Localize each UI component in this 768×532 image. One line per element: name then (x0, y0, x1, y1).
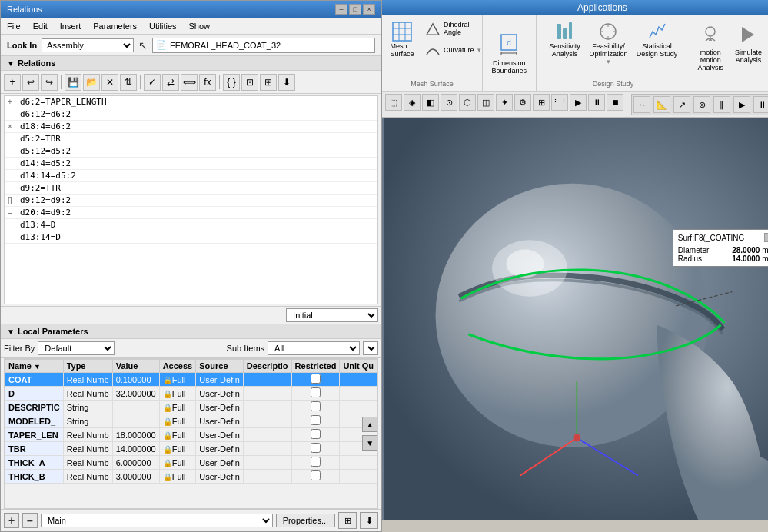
undo-btn[interactable]: ↩ (22, 74, 39, 91)
vp-btn-6[interactable]: ◫ (477, 94, 494, 111)
vp-btn-5[interactable]: ⬡ (459, 94, 476, 111)
vp-btn-8[interactable]: ⚙ (514, 94, 531, 111)
vp-btn-1[interactable]: ⬚ (385, 94, 402, 111)
simulate-analysis-btn[interactable]: Simulate Analysis (729, 18, 767, 88)
relation-item[interactable]: ×d18:4=d6:2 (5, 121, 377, 133)
dihedral-angle-btn[interactable]: Dihedral Angle (421, 18, 486, 38)
motion-analysis-btn[interactable]: motion Motion Analysis (695, 18, 726, 88)
menu-insert[interactable]: Insert (57, 20, 85, 32)
vp-btn-11[interactable]: ▶ (570, 94, 587, 111)
menu-parameters[interactable]: Parameters (90, 20, 140, 32)
table-btn[interactable]: ⊞ (260, 74, 277, 91)
param-btn[interactable]: ⊡ (241, 74, 258, 91)
table-row[interactable]: D Real Numb 32.000000 🔒Full User-Defin (5, 387, 377, 401)
close-button[interactable]: × (363, 4, 375, 15)
new-relation-btn[interactable]: + (4, 74, 21, 91)
relation-item[interactable]: –d6:12=d6:2 (5, 108, 377, 121)
relations-toolbar: + ↩ ↪ 💾 📂 ✕ ⇅ ✓ ⇄ ⟺ fx { } ⊡ ⊞ ⬇ (1, 71, 381, 94)
open-btn[interactable]: 📂 (83, 74, 100, 91)
measure-btn-4[interactable]: ⊚ (693, 96, 710, 113)
feasibility-arrow[interactable]: ▾ (607, 58, 610, 65)
feasibility-btn[interactable]: Feasibility/Optimization ▾ (591, 18, 626, 78)
measure-btn-7[interactable]: ⏸ (753, 96, 768, 113)
table-row[interactable]: TAPER_LEN Real Numb 18.000000 🔒Full User… (5, 428, 377, 442)
vp-btn-3[interactable]: ◧ (422, 94, 439, 111)
menu-show[interactable]: Show (186, 20, 214, 32)
table-row[interactable]: DESCRIPTIC String 🔒Full User-Defin (5, 401, 377, 414)
dimension-boundaries-btn[interactable]: d DimensionBoundaries (487, 29, 531, 77)
remove-param-button[interactable]: – (22, 513, 38, 528)
relation-item[interactable]: d14:14=d5:2 (5, 170, 377, 182)
scroll-up-btn[interactable]: ▲ (362, 417, 377, 432)
params-section-header[interactable]: ▼ Local Parameters (1, 324, 381, 339)
add-param-button[interactable]: + (4, 513, 19, 528)
initial-select[interactable]: Initial Current (286, 308, 378, 322)
dimension-icon: d (498, 32, 520, 59)
vp-btn-7[interactable]: ✦ (496, 94, 513, 111)
table-row[interactable]: MODELED_ String 🔒Full User-Defin (5, 414, 377, 428)
sensitivity-analysis-btn[interactable]: Sensitivity Analysis (541, 18, 588, 78)
curvature-dropdown-arrow[interactable]: ▾ (477, 46, 481, 54)
cell-name: DESCRIPTIC (5, 401, 64, 414)
arrows-btn[interactable]: ⟺ (181, 74, 198, 91)
vp-btn-12[interactable]: ⏸ (588, 94, 605, 111)
statistical-design-btn[interactable]: Statistical Design Study (629, 18, 686, 78)
replace-btn[interactable]: ⇄ (162, 74, 179, 91)
relation-item[interactable]: d13:4=D (5, 219, 377, 231)
mesh-surface-btn[interactable]: Mesh Surface (387, 18, 417, 60)
relation-text: d20:4=d9:2 (20, 208, 71, 218)
subitems-select[interactable]: All Selected (268, 341, 360, 355)
callout-radius-row: Radius 14.0000 mm (678, 254, 768, 263)
scroll-down-btn[interactable]: ▼ (362, 435, 377, 451)
import-icon-btn[interactable]: ⬇ (360, 512, 378, 529)
measure-btn-5[interactable]: ∥ (713, 96, 730, 113)
restore-button[interactable]: □ (349, 4, 361, 15)
insert-func-btn[interactable]: fx (199, 74, 216, 91)
relation-item[interactable]: +d6:2=TAPER_LENGTH (5, 96, 377, 108)
table-icon-btn[interactable]: ⊞ (338, 512, 357, 529)
vp-btn-4[interactable]: ⊙ (441, 94, 457, 111)
sort-btn[interactable]: ⇅ (120, 74, 137, 91)
minimize-button[interactable]: – (335, 4, 347, 15)
relation-item[interactable]: d5:12=d5:2 (5, 145, 377, 158)
relation-item[interactable]: d9:2=TTR (5, 182, 377, 195)
subitems-dropdown[interactable] (363, 341, 378, 355)
viewport[interactable]: Surf:F8(_COATING × Diameter 28.0000 mm R… (382, 118, 768, 532)
callout-close-btn[interactable]: × (764, 233, 768, 242)
vp-btn-10[interactable]: ⋮⋮ (551, 94, 568, 111)
table-row[interactable]: THICK_A Real Numb 6.000000 🔒Full User-De… (5, 456, 377, 470)
table-row[interactable]: TBR Real Numb 14.000000 🔒Full User-Defin (5, 442, 377, 456)
verify-btn[interactable]: ✓ (144, 74, 161, 91)
relation-item[interactable]: d5:2=TBR (5, 133, 377, 145)
look-in-select[interactable]: Assembly Part Feature (42, 38, 134, 52)
vp-btn-9[interactable]: ⊞ (533, 94, 550, 111)
delete-btn[interactable]: ✕ (101, 74, 118, 91)
measure-btn-2[interactable]: 📐 (653, 96, 670, 113)
menu-file[interactable]: File (4, 20, 24, 32)
bracket-btn[interactable]: { } (223, 74, 240, 91)
params-section: ▼ Local Parameters Filter By Default All… (1, 324, 381, 531)
relation-item[interactable]: =d20:4=d9:2 (5, 207, 377, 219)
table-row[interactable]: THICK_B Real Numb 3.000000 🔒Full User-De… (5, 470, 377, 484)
measure-btn-1[interactable]: ↔ (633, 96, 650, 113)
relations-section-header[interactable]: ▼ Relations (1, 56, 381, 71)
main-select[interactable]: Main Assembly Skeleton (41, 514, 273, 527)
import-btn[interactable]: ⬇ (278, 74, 295, 91)
cell-unitqu (340, 373, 377, 387)
pointer-icon[interactable]: ↖ (138, 39, 148, 52)
vp-btn-13[interactable]: ⏹ (607, 94, 623, 111)
curvature-btn[interactable]: Curvature ▾ (421, 40, 486, 60)
redo-btn[interactable]: ↪ (41, 74, 58, 91)
menu-edit[interactable]: Edit (30, 20, 51, 32)
measure-btn-6[interactable]: ▶ (733, 96, 750, 113)
filter-select[interactable]: Default All Name (38, 341, 115, 355)
properties-button[interactable]: Properties... (276, 514, 335, 527)
relation-item[interactable]: []d9:12=d9:2 (5, 195, 377, 207)
vp-btn-2[interactable]: ◈ (404, 94, 421, 111)
menu-utilities[interactable]: Utilities (146, 20, 179, 32)
measure-btn-3[interactable]: ↗ (673, 96, 690, 113)
save-btn[interactable]: 💾 (65, 74, 81, 91)
relation-item[interactable]: d14:4=d5:2 (5, 158, 377, 170)
relation-item[interactable]: d13:14=D (5, 231, 377, 244)
table-row[interactable]: COAT Real Numb 0.100000 🔒Full User-Defin (5, 373, 377, 387)
